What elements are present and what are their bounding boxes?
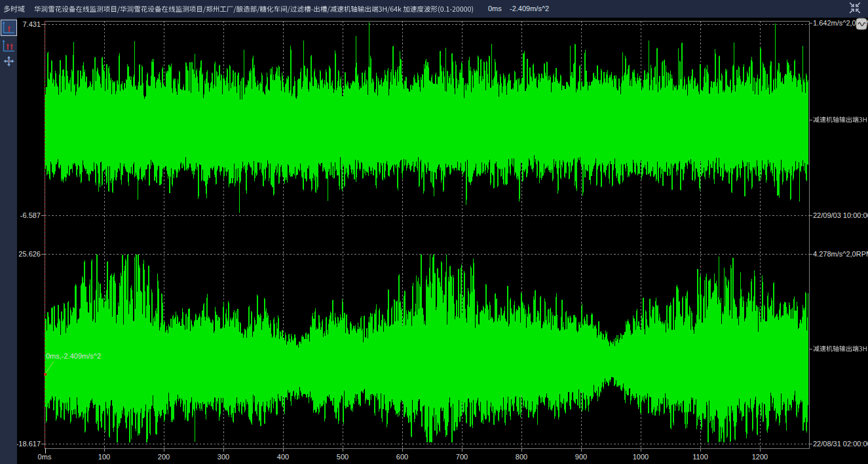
svg-text:1100: 1100 xyxy=(692,453,708,461)
svg-text:400: 400 xyxy=(277,453,289,461)
svg-text:25.626: 25.626 xyxy=(18,250,41,258)
svg-text:900: 900 xyxy=(575,453,587,461)
svg-text:1000: 1000 xyxy=(633,453,649,461)
svg-text:0ms: 0ms xyxy=(38,453,52,461)
svg-text:22/08/31 02:00:00: 22/08/31 02:00:00 xyxy=(813,440,868,448)
svg-text:700: 700 xyxy=(456,453,468,461)
svg-text:22/09/03 10:00:00: 22/09/03 10:00:00 xyxy=(813,211,868,219)
svg-text:800: 800 xyxy=(516,453,527,461)
svg-text:300: 300 xyxy=(217,453,229,461)
svg-text:100: 100 xyxy=(98,453,110,461)
svg-text:600: 600 xyxy=(396,453,408,461)
svg-text:-6.587: -6.587 xyxy=(20,211,41,219)
svg-text:1200: 1200 xyxy=(752,453,768,461)
svg-text:500: 500 xyxy=(337,453,349,461)
svg-text:4.278m/s^2,0RPM: 4.278m/s^2,0RPM xyxy=(813,250,868,258)
svg-text:-18.617: -18.617 xyxy=(16,440,41,448)
svg-text:7.431: 7.431 xyxy=(22,20,41,28)
svg-text:200: 200 xyxy=(158,453,170,461)
svg-text:0ms,-2.409m/s^2: 0ms,-2.409m/s^2 xyxy=(46,352,101,360)
